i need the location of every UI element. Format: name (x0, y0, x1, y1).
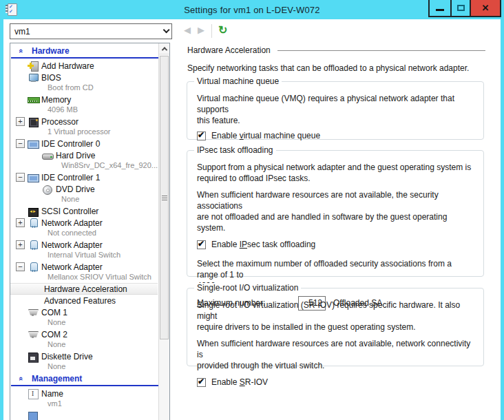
sidebar-item-hardware-acceleration[interactable]: Hardware Acceleration (10, 283, 158, 295)
sidebar-item-network-adapter-2[interactable]: + Network Adapter (10, 239, 169, 251)
refresh-button[interactable]: ↻ (218, 23, 227, 36)
settings-app-icon (6, 3, 16, 15)
name-icon (28, 389, 40, 399)
ide-controller-icon (28, 139, 40, 149)
sidebar-item-dvd-drive[interactable]: DVD Drive (10, 183, 169, 195)
sidebar-item-bios[interactable]: BIOS (10, 72, 169, 83)
vm-selector-value: vm1 (14, 27, 30, 36)
sidebar-item-ide-controller-0[interactable]: − IDE Controller 0 (10, 138, 169, 149)
sidebar-subtext: Win8Srv_DC_x64_fre_920... (10, 161, 169, 171)
group-ipsec-task-offloading: IPsec task offloading Support from a phy… (187, 150, 484, 277)
minimize-icon (436, 9, 444, 11)
checkbox-label: Enable SR-IOV (211, 377, 268, 387)
collapse-chevron-icon: « (19, 375, 32, 383)
enable-ipsec-checkbox[interactable]: ✔ Enable IPsec task offloading (197, 239, 474, 250)
checkbox-checked-icon[interactable]: ✔ (197, 240, 206, 249)
vmq-description: Virtual machine queue (VMQ) requires a p… (197, 93, 474, 126)
section-divider (11, 57, 169, 59)
sidebar-item-network-adapter-1[interactable]: + Network Adapter (10, 217, 169, 229)
com-port-icon (28, 308, 40, 317)
sidebar-subtext: None (10, 362, 169, 372)
collapse-toggle[interactable]: − (16, 262, 25, 271)
scrollbar-grip-icon (162, 198, 167, 198)
sidebar-item-memory[interactable]: Memory (10, 94, 169, 105)
diskette-icon (28, 352, 40, 361)
sidebar-subtext: None (10, 318, 169, 328)
expand-toggle[interactable]: + (16, 117, 25, 126)
ide-controller-icon (28, 173, 40, 182)
sidebar-item-partial[interactable] (10, 410, 169, 420)
maximize-icon (457, 5, 465, 11)
sidebar-section-hardware[interactable]: « Hardware (10, 45, 169, 56)
enable-vmq-checkbox[interactable]: ✔ Enable virtual machine queue (197, 130, 474, 141)
settings-nav: « Hardware Add Hardware BIOS Boot from C… (10, 43, 170, 420)
hardware-acceleration-panel: Hardware Acceleration Specify networking… (178, 40, 501, 420)
minimize-button[interactable] (428, 0, 452, 17)
sidebar-item-add-hardware[interactable]: Add Hardware (10, 60, 169, 72)
titlebar[interactable]: Settings for vm1 on L-DEV-W072 ✕ (0, 0, 504, 19)
sidebar-item-com2[interactable]: COM 2 (10, 328, 169, 340)
bios-icon (28, 73, 40, 83)
sidebar-item-name[interactable]: Name (10, 388, 169, 399)
sidebar-subtext: Boot from CD (10, 83, 169, 94)
close-button[interactable]: ✕ (470, 0, 501, 17)
close-icon: ✕ (482, 3, 490, 13)
sidebar-subtext: Mellanox SRIOV Virtual Switch (10, 273, 169, 283)
sidebar-item-com1[interactable]: COM 1 (10, 306, 169, 318)
group-legend: Virtual machine queue (194, 76, 282, 86)
maximize-button[interactable] (450, 0, 471, 17)
collapse-toggle[interactable]: − (16, 139, 25, 148)
sidebar-subtext: None (10, 195, 169, 205)
panel-title: Hardware Acceleration (187, 45, 271, 55)
expand-toggle[interactable]: + (16, 218, 25, 227)
integration-services-icon (28, 411, 40, 420)
memory-icon (28, 95, 40, 105)
sidebar-item-advanced-features[interactable]: Advanced Features (10, 295, 169, 306)
section-divider (11, 385, 169, 386)
network-adapter-icon (28, 240, 40, 250)
chevron-up-icon (161, 47, 167, 52)
sidebar-item-processor[interactable]: + Processor (10, 116, 169, 127)
toolbar-separator (211, 24, 212, 38)
sidebar-section-management[interactable]: « Management (10, 372, 169, 384)
group-virtual-machine-queue: Virtual machine queue Virtual machine qu… (187, 81, 484, 140)
sidebar-subtext: 1 Virtual processor (10, 127, 169, 138)
toolbar: vm1 ◀ ▶ ↻ (3, 19, 501, 43)
checkbox-checked-icon[interactable]: ✔ (197, 132, 206, 140)
add-hardware-icon (28, 61, 40, 71)
ipsec-description-1: Support from a physical network adapter … (197, 162, 474, 184)
collapse-toggle[interactable]: − (16, 173, 25, 182)
sidebar-item-hard-drive[interactable]: Hard Drive (10, 149, 169, 161)
hard-drive-icon (42, 151, 54, 160)
sidebar-subtext: None (10, 340, 169, 350)
checkbox-checked-icon[interactable]: ✔ (197, 378, 206, 387)
collapse-chevron-icon: « (19, 47, 32, 55)
sidebar-item-diskette-drive[interactable]: Diskette Drive (10, 350, 169, 362)
scrollbar-thumb[interactable] (160, 56, 169, 339)
sriov-description-1: Single-root I/O virtualization (SR-IOV) … (197, 300, 474, 333)
settings-window: Settings for vm1 on L-DEV-W072 ✕ vm1 ◀ ▶… (0, 0, 504, 420)
header-rule (277, 50, 485, 51)
dvd-drive-icon (42, 185, 54, 194)
forward-button[interactable]: ▶ (198, 25, 204, 35)
enable-sriov-checkbox[interactable]: ✔ Enable SR-IOV (197, 377, 474, 388)
sidebar-item-ide-controller-1[interactable]: − IDE Controller 1 (10, 171, 169, 183)
sidebar-item-network-adapter-3[interactable]: − Network Adapter (10, 261, 169, 273)
vm-selector[interactable]: vm1 (10, 23, 172, 39)
expand-toggle[interactable]: + (16, 240, 25, 249)
checkbox-label: Enable IPsec task offloading (211, 240, 315, 249)
com-port-icon (28, 330, 40, 339)
scroll-up-button[interactable] (159, 43, 169, 54)
group-legend: IPsec task offloading (194, 145, 276, 155)
sidebar-subtext: vm1 (10, 399, 169, 410)
window-border-left (0, 0, 3, 420)
sidebar-subtext: Not connected (10, 229, 169, 239)
ipsec-description-2: When sufficient hardware resources are n… (197, 189, 474, 233)
sidebar-scrollbar[interactable] (158, 43, 169, 420)
network-adapter-icon (28, 262, 40, 272)
processor-icon (28, 117, 40, 127)
network-adapter-icon (28, 218, 40, 228)
back-button[interactable]: ◀ (184, 25, 191, 35)
sidebar-item-scsi-controller[interactable]: SCSI Controller (10, 205, 169, 217)
checkbox-label: Enable virtual machine queue (211, 131, 320, 140)
